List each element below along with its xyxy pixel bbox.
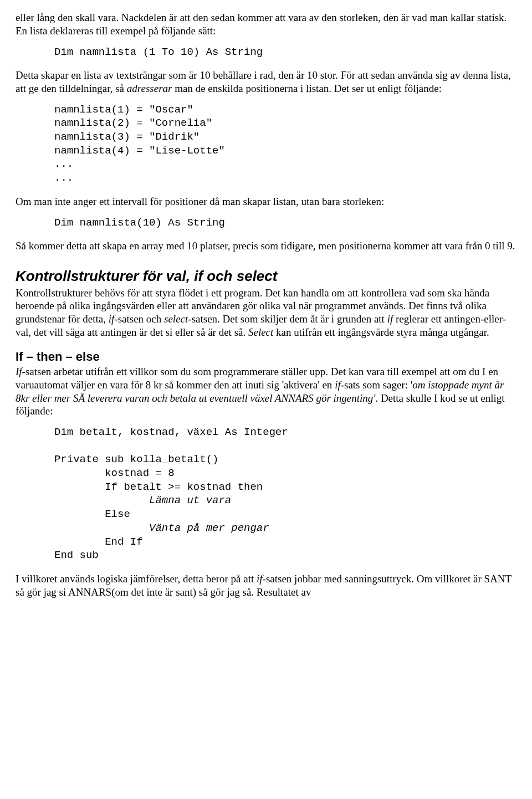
p5-i3: if (387, 313, 393, 325)
p7-i1: if (257, 573, 263, 585)
p7-a: I villkoret används logiska jämförelser,… (16, 573, 257, 585)
c4-l4: If betalt >= kostnad then (54, 481, 263, 493)
c4-l9: End sub (54, 549, 99, 561)
paragraph-3: Om man inte anger ett intervall för posi… (16, 195, 516, 208)
heading-kontrollstrukturer: Kontrollstrukturer för val, if och selec… (16, 267, 516, 285)
code-block-4: Dim betalt, kostnad, växel As Integer Pr… (54, 426, 516, 562)
c4-l8: End If (54, 536, 143, 548)
c4-l5: Lämna ut vara (54, 494, 231, 506)
c4-l1: Dim betalt, kostnad, växel As Integer (54, 426, 288, 438)
c4-l7: Vänta på mer pengar (54, 522, 269, 534)
paragraph-4: Så kommer detta att skapa en array med 1… (16, 239, 516, 253)
heading-if-then-else: If – then – else (16, 349, 516, 365)
p5-c: -satsen. Det som skiljer dem åt är i gru… (188, 313, 387, 325)
paragraph-2: Detta skapar en lista av textsträngar so… (16, 69, 516, 95)
p5-i4: Select (248, 326, 273, 338)
c4-l2: Private sub kolla_betalt() (54, 453, 218, 465)
p6-i2: if (335, 379, 341, 391)
p5-e: kan utifrån ett ingångsvärde styra många… (273, 326, 489, 338)
paragraph-2b: man de enskilda positionerna i listan. D… (172, 83, 442, 94)
c4-l6: Else (54, 508, 130, 520)
p6-b: -sats som sager: ' (341, 379, 413, 391)
p5-i2: select (164, 313, 188, 325)
code-block-2: namnlista(1) = "Oscar" namnlista(2) = "C… (54, 103, 516, 185)
p5-b: -satsen och (114, 313, 164, 325)
code-block-1: Dim namnlista (1 To 10) As String (54, 45, 516, 59)
p6-i1: If (16, 366, 22, 377)
paragraph-7: I villkoret används logiska jämförelser,… (16, 572, 516, 599)
paragraph-1: eller lång den skall vara. Nackdelen är … (16, 11, 516, 38)
c4-l3: kostnad = 8 (54, 467, 175, 479)
paragraph-6: If-satsen arbetar utifrån ett villkor so… (16, 365, 516, 418)
code-block-3: Dim namnlista(10) As String (54, 216, 516, 230)
paragraph-2-italic: adresserar (127, 83, 172, 94)
paragraph-5: Kontrollstrukturer behövs för att styra … (16, 286, 516, 339)
p5-i1: if (109, 313, 115, 325)
